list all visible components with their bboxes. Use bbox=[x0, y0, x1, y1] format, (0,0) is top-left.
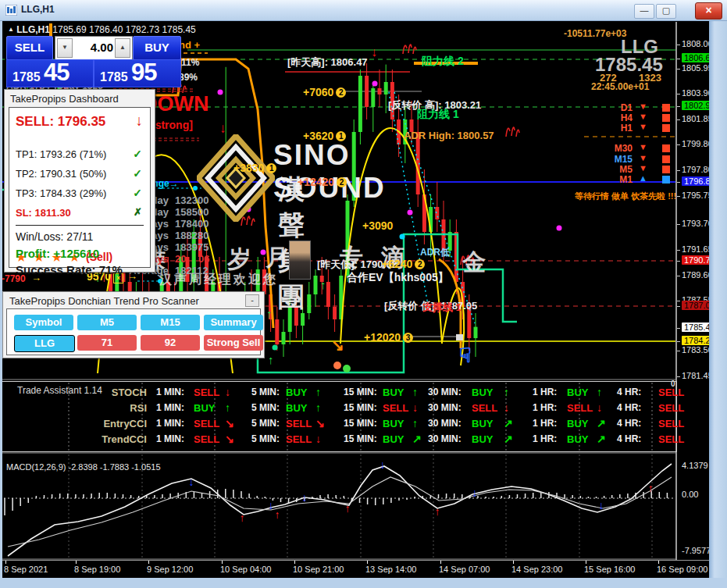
takepropips-dashboard-panel: TakePropips Dashboard SELL: 1796.35 ↓ ★ … bbox=[4, 89, 155, 273]
close-button[interactable]: × bbox=[695, 2, 722, 20]
price-axis-tick: 1801.85 bbox=[682, 114, 713, 123]
scanner-value-cell[interactable]: 92 bbox=[141, 335, 200, 351]
assistant-timeframe-label: 1 HR: bbox=[533, 402, 557, 413]
check-icon: ✓ bbox=[133, 148, 142, 160]
scanner-value-cell[interactable]: Strong Sell bbox=[204, 335, 263, 351]
assistant-signal-arrow-icon: ↑ bbox=[315, 386, 321, 398]
assistant-signal: SELL bbox=[658, 418, 684, 429]
price-axis-tick: 1791.65 bbox=[682, 244, 713, 254]
buy-price-display[interactable]: 1785 95 bbox=[94, 59, 181, 87]
time-axis-label: 8 Sep 2021 bbox=[4, 565, 48, 574]
scanner-symbol-cell[interactable]: LLG bbox=[14, 335, 75, 352]
scanner-header-summary[interactable]: Summary bbox=[204, 315, 263, 330]
time-axis-label: 13 Sep 14:00 bbox=[365, 565, 416, 574]
donchian-scanner-panel: TakePropips Donchian Trend Pro Scanner -… bbox=[2, 291, 265, 358]
minimize-button[interactable]: — bbox=[634, 4, 654, 19]
assistant-signal-arrow-icon: ↗ bbox=[597, 433, 606, 445]
header-ohlc: 1785.69 1786.40 1782.73 1785.45 bbox=[52, 24, 196, 35]
macd-axis-label: -7.9577 bbox=[682, 546, 711, 555]
collapse-icon[interactable]: ▲ bbox=[8, 26, 14, 33]
tp-row: TP3: 1784.33 (29%) bbox=[16, 187, 106, 199]
assistant-timeframe-label: 15 MIN: bbox=[344, 433, 377, 444]
assistant-timeframe-label: 5 MIN: bbox=[251, 402, 280, 413]
time-axis-label: 9 Sep 12:00 bbox=[147, 565, 193, 574]
price-axis-tick: 1808.00 bbox=[682, 39, 713, 48]
assistant-signal: BUY bbox=[472, 433, 493, 445]
assistant-signal-arrow-icon: ↗ bbox=[504, 433, 513, 445]
application-window: LLG,H1 — ▢ × ↑↑↑↑↑↓↓↓↓↓↓ SINO SOUND 漢 聲 … bbox=[0, 0, 727, 588]
assistant-timeframe-label: 30 MIN: bbox=[428, 433, 462, 444]
sell-button[interactable]: SELL bbox=[6, 36, 53, 60]
assistant-signal-arrow-icon: ↓ bbox=[225, 386, 230, 398]
buy-price-pips: 95 bbox=[131, 59, 156, 87]
window-frame-left bbox=[0, 20, 2, 578]
window-frame-bottom bbox=[0, 578, 727, 588]
lot-decrease-button[interactable]: ▼ bbox=[57, 38, 73, 58]
assistant-timeframe-label: 1 MIN: bbox=[156, 433, 184, 444]
chart-symbol-header: ▲ LLG,H1 1785.69 1786.40 1782.73 1785.45 bbox=[8, 24, 196, 35]
time-axis-label: 15 Sep 16:00 bbox=[584, 565, 635, 574]
sell-price-display[interactable]: 1785 45 bbox=[6, 59, 94, 87]
dashboard-body: SELL: 1796.35 ↓ ★ ★ ★ ★ (Sell) TP1: 1793… bbox=[9, 107, 151, 268]
assistant-signal-arrow-icon: ↑ bbox=[597, 386, 602, 398]
assistant-timeframe-label: 5 MIN: bbox=[251, 387, 280, 397]
sl-cross-icon: ✗ bbox=[134, 206, 142, 218]
assistant-signal: BUY bbox=[567, 418, 588, 429]
scanner-minimize-button[interactable]: - bbox=[245, 294, 259, 307]
assistant-row-label: STOCH bbox=[0, 387, 147, 398]
price-axis-tick: 1803.90 bbox=[682, 88, 713, 98]
price-axis-tick: 1793.70 bbox=[682, 219, 713, 228]
scanner-header-m5[interactable]: M5 bbox=[77, 315, 137, 330]
restore-button[interactable]: ▢ bbox=[656, 4, 676, 19]
assistant-signal-arrow-icon: ↑ bbox=[504, 386, 509, 398]
lot-increase-button[interactable]: ▲ bbox=[115, 38, 130, 58]
assistant-timeframe-label: 4 HR: bbox=[617, 433, 641, 444]
dashboard-stat: Profit: +125610 bbox=[16, 247, 99, 260]
assistant-row-label: EntryCCI bbox=[0, 418, 147, 429]
assistant-signal: SELL bbox=[658, 402, 684, 414]
assistant-signal: BUY bbox=[472, 418, 493, 429]
assistant-timeframe-label: 30 MIN: bbox=[428, 418, 462, 429]
trade-assistant-panel: Trade Assistant 1.14 STOCH1 MIN:SELL↓5 M… bbox=[0, 380, 709, 452]
divider bbox=[16, 225, 144, 226]
assistant-signal: SELL bbox=[383, 402, 408, 414]
assistant-timeframe-label: 5 MIN: bbox=[251, 418, 280, 429]
assistant-row-label: TrendCCI bbox=[0, 433, 147, 445]
scanner-header-m15[interactable]: M15 bbox=[141, 315, 200, 330]
tp-row: TP1: 1793.26 (71%) bbox=[16, 148, 106, 160]
assistant-timeframe-label: 1 HR: bbox=[533, 418, 557, 429]
assistant-signal: BUY bbox=[567, 387, 588, 398]
price-axis-tick: 1781.45 bbox=[682, 371, 713, 380]
price-axis-tick: 1783.50 bbox=[682, 345, 713, 355]
price-axis[interactable]: 1808.001806.641805.951803.901802.901801.… bbox=[676, 22, 710, 560]
assistant-signal: BUY bbox=[383, 387, 404, 398]
assistant-signal-arrow-icon: ↑ bbox=[412, 417, 418, 429]
assistant-signal-arrow-icon: ↑ bbox=[315, 401, 321, 414]
scanner-value-cell[interactable]: 71 bbox=[77, 335, 137, 351]
assistant-timeframe-label: 1 MIN: bbox=[156, 402, 184, 413]
assistant-signal: SELL bbox=[194, 387, 219, 398]
scanner-header-symbol[interactable]: Symbol bbox=[14, 315, 73, 330]
sell-price-pips: 45 bbox=[44, 59, 69, 87]
macd-axis-label: 0.00 bbox=[682, 490, 698, 499]
window-frame-right bbox=[709, 20, 727, 578]
assistant-signal-arrow-icon: ↘ bbox=[225, 433, 234, 445]
assistant-timeframe-label: 15 MIN: bbox=[344, 418, 377, 429]
buy-button[interactable]: BUY bbox=[133, 36, 181, 60]
signal-down-arrow-icon: ↓ bbox=[136, 112, 144, 130]
assistant-timeframe-label: 15 MIN: bbox=[344, 402, 377, 413]
scanner-title: TakePropips Donchian Trend Pro Scanner bbox=[9, 295, 199, 307]
price-axis-tick: 1789.60 bbox=[682, 270, 713, 280]
time-axis[interactable]: 8 Sep 20218 Sep 19:009 Sep 12:0010 Sep 0… bbox=[0, 560, 709, 579]
assistant-signal: SELL bbox=[567, 402, 593, 414]
check-icon: ✓ bbox=[133, 167, 142, 180]
assistant-signal: SELL bbox=[286, 418, 312, 429]
assistant-signal: SELL bbox=[194, 433, 219, 445]
assistant-signal-arrow-icon: ↓ bbox=[412, 401, 418, 414]
assistant-signal: SELL bbox=[472, 402, 497, 414]
title-bar: LLG,H1 bbox=[0, 0, 727, 21]
lot-size-value[interactable]: 4.00 bbox=[74, 41, 113, 54]
price-axis-tick: 1797.80 bbox=[682, 165, 713, 174]
assistant-timeframe-label: 4 HR: bbox=[617, 402, 641, 413]
assistant-signal-arrow-icon: ↗ bbox=[504, 417, 513, 429]
